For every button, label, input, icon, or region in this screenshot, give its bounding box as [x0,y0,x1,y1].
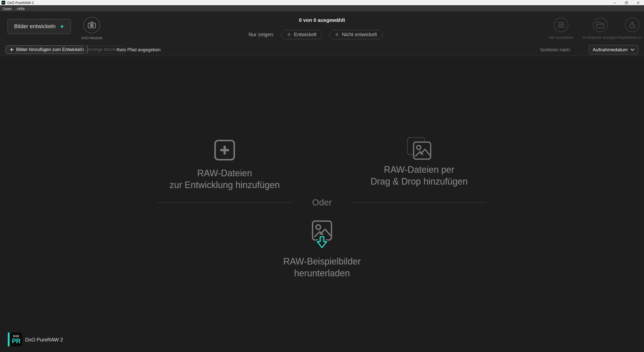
app-icon: PR [2,1,5,5]
logo-dxo-text: DXO [13,335,19,338]
filter-developed-label: Entwickelt [294,32,316,37]
drag-drop-line1: RAW-Dateien per [331,164,507,175]
app-icon-letters: PR [2,2,5,4]
download-samples-line2: herunterladen [234,267,410,279]
add-raw-files-title: RAW-Dateien zur Entwicklung hinzufügen [137,167,313,191]
sort-dropdown[interactable]: Aufnahmedatum [589,45,638,54]
sort-value: Aufnahmedatum [593,47,628,53]
add-images-label: Bilder hinzufügen zum Entwickeln [16,47,84,52]
show-in-explorer-label: Im Explorer anzeigen [582,35,618,39]
image-list-area: RAW-Dateien zur Entwicklung hinzufügen R… [0,56,644,327]
close-button[interactable] [632,0,644,6]
toolbar: Bilder entwickeln DxO-Module 0 von 0 aus… [0,11,644,56]
star-outline-icon [287,33,291,36]
add-raw-files-dropzone[interactable]: RAW-Dateien zur Entwicklung hinzufügen [137,140,313,191]
dxo-module-button[interactable] [84,17,100,33]
export-icon [628,21,636,29]
star-outline-icon [335,33,339,36]
menubar: Datei Hilfe [0,6,644,11]
filter-not-developed-label: Nicht entwickelt [342,32,377,37]
drag-drop-icon [407,137,431,160]
clear-display-label: Anzeige löschen [87,47,120,52]
download-arrow-icon [316,236,328,249]
titlebar: PR DxO PureRAW 2 [0,0,644,6]
close-icon [637,1,640,4]
plus-square-icon [214,140,235,161]
divider-line-left [157,202,292,203]
logo-box: DXO PR [10,332,22,346]
plus-icon [10,48,14,52]
restore-button[interactable] [620,0,632,6]
window-title: DxO PureRAW 2 [7,1,34,5]
drag-drop-title: RAW-Dateien per Drag & Drop hinzufügen [331,164,507,187]
select-all-button[interactable] [554,18,569,32]
dxo-purераw-logo: DXO PR [8,332,22,346]
footer-brand: DxO PureRAW 2 [25,337,63,343]
selection-status: 0 von 0 ausgewählt [299,17,345,23]
download-samples-title: RAW-Beispielbilder herunterladen [234,255,410,279]
sort-label: Sortieren nach: [540,47,571,53]
export-button[interactable] [625,18,639,32]
chevron-down-icon [630,49,634,51]
filter-developed-button[interactable]: Entwickelt [281,30,322,39]
show-in-explorer-button[interactable] [593,18,608,32]
filter-label: Nur zeigen: [249,32,274,37]
add-images-button[interactable]: Bilder hinzufügen zum Entwickeln [6,46,88,54]
divider-label: Oder [312,197,332,207]
show-in-explorer-group: Im Explorer anzeigen [582,18,618,39]
develop-images-button[interactable]: Bilder entwickeln [8,19,71,34]
download-samples-button[interactable]: RAW-Beispielbilder herunterladen [234,220,410,279]
divider-line-right [351,202,486,203]
develop-images-label: Bilder entwickeln [14,23,56,30]
select-all-group: Alle auswählen [549,18,574,39]
drag-drop-line2: Drag & Drop hinzufügen [331,175,507,187]
drag-drop-zone[interactable]: RAW-Dateien per Drag & Drop hinzufügen [331,137,507,187]
download-samples-line1: RAW-Beispielbilder [234,255,410,267]
download-samples-icon [312,220,332,248]
add-raw-files-line1: RAW-Dateien [137,167,313,179]
window-controls [609,0,644,6]
logo-pr-text: PR [12,338,21,344]
menu-item-datei[interactable]: Datei [0,6,14,11]
export-label: Exportieren in ... [618,35,644,39]
menu-item-hilfe[interactable]: Hilfe [14,6,27,11]
filter-not-developed-button[interactable]: Nicht entwickelt [329,30,383,39]
logo-accent-bar [8,332,10,346]
filter-row: Nur zeigen: Entwickelt Nicht entwickelt [249,30,383,39]
folder-icon [596,21,605,29]
minimize-icon [613,1,616,4]
footer: DXO PR DxO PureRAW 2 [0,327,644,352]
camera-icon [87,21,96,30]
path-status: Kein Pfad angegeben [117,47,160,53]
restore-icon [625,1,628,4]
export-group: Exportieren in ... [618,18,644,39]
select-all-label: Alle auswählen [549,35,574,39]
sparkle-icon [60,24,64,29]
grid-icon [558,22,565,28]
dxo-module-label: DxO-Module [78,36,106,40]
minimize-button[interactable] [609,0,620,6]
image-icon [413,141,431,160]
add-raw-files-line2: zur Entwicklung hinzufügen [137,179,313,191]
dxo-module-group: DxO-Module [78,17,106,40]
